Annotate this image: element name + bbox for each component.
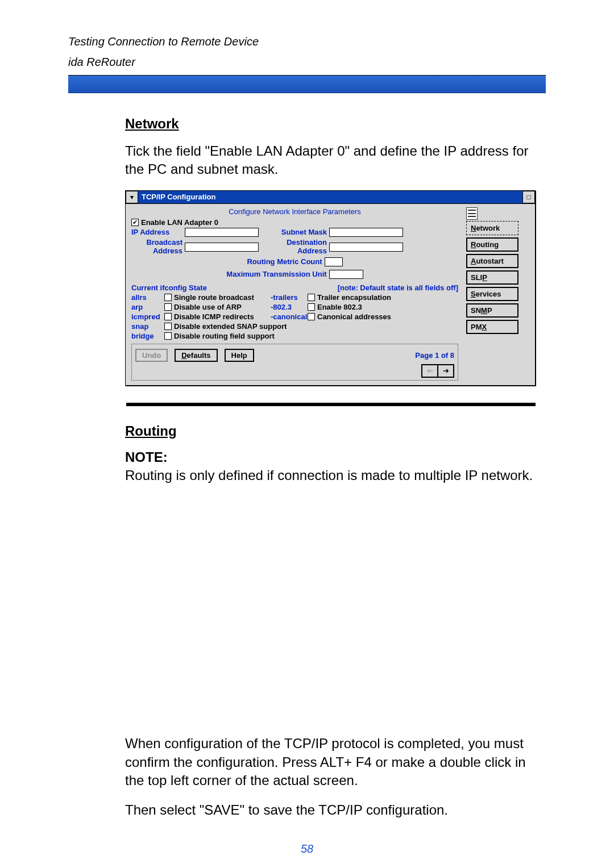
- ifconfig-note: [note: Default state is all fields off]: [338, 283, 458, 292]
- next-page-button[interactable]: ➜: [437, 364, 454, 378]
- window-title: TCP/IP Configuration: [138, 191, 522, 203]
- tab-pmx[interactable]: PMX: [466, 320, 518, 334]
- flag-opt-3: Disable extended SNAP support: [174, 322, 287, 331]
- mtu-field[interactable]: [329, 270, 363, 279]
- flag-key-0: allrs: [131, 293, 164, 302]
- header-line2: ida ReRouter: [68, 55, 546, 69]
- flag-check-2a[interactable]: [164, 313, 172, 320]
- destination-label-1: Destination: [270, 238, 327, 247]
- flag-key-1: arp: [131, 303, 164, 311]
- flag-opt-2: Disable ICMP redirects: [174, 312, 271, 321]
- page-indicator: Page 1 of 8: [415, 351, 454, 360]
- flag-check-1a[interactable]: [164, 303, 172, 311]
- routing-metric-field[interactable]: [325, 257, 343, 266]
- broadcast-field[interactable]: [185, 243, 259, 252]
- flag-key-4: bridge: [131, 332, 164, 340]
- broadcast-label-2: Address: [131, 247, 182, 255]
- enable-lan-label: Enable LAN Adapter 0: [141, 218, 218, 227]
- routing-para1: When configuration of the TCP/IP protoco…: [125, 735, 546, 790]
- routing-heading: Routing: [125, 423, 546, 439]
- header-bar: [68, 75, 546, 93]
- tab-slip[interactable]: SLIP: [466, 270, 518, 285]
- titlebar: ▾ TCP/IP Configuration □: [126, 191, 535, 203]
- notebook-tabs: Network Routing Autostart SLIP Services …: [464, 204, 535, 385]
- flag-val-1: -802.3: [271, 303, 308, 311]
- ip-address-field[interactable]: [185, 228, 259, 237]
- routing-para2: Then select "SAVE" to save the TCP/IP co…: [125, 801, 546, 819]
- flag-check-2b[interactable]: [308, 313, 315, 320]
- page-title: Configure Network Interface Parameters: [131, 207, 458, 216]
- flag-check-0b[interactable]: [308, 294, 315, 301]
- destination-field[interactable]: [329, 243, 403, 252]
- tab-autostart[interactable]: Autostart: [466, 254, 518, 268]
- flag-opt-0: Single route broadcast: [174, 293, 271, 302]
- flag-opt2-2: Canonical addresses: [317, 312, 391, 321]
- config-form: Configure Network Interface Parameters ✔…: [126, 204, 464, 385]
- window-shadow: [126, 403, 536, 406]
- tab-snmp[interactable]: SNMP: [466, 303, 518, 318]
- mtu-label: Maximum Transmission Unit: [226, 270, 326, 278]
- flag-opt-4: Disable routing field support: [174, 332, 275, 340]
- system-menu-button[interactable]: ▾: [126, 191, 138, 203]
- flag-val-2: -canonical: [271, 312, 308, 321]
- subnet-mask-field[interactable]: [329, 228, 403, 237]
- tab-routing[interactable]: Routing: [466, 237, 518, 252]
- flag-check-4a[interactable]: [164, 332, 172, 340]
- flag-key-3: snap: [131, 322, 164, 331]
- enable-lan-checkbox[interactable]: ✔: [131, 219, 139, 226]
- defaults-button[interactable]: Defaults: [175, 349, 217, 362]
- network-intro: Tick the field "Enable LAN Adapter 0" an…: [125, 142, 546, 179]
- help-button[interactable]: Help: [225, 349, 254, 362]
- flag-check-1b[interactable]: [308, 303, 315, 311]
- tcpip-config-window: ▾ TCP/IP Configuration □ Configure Netwo…: [125, 190, 536, 386]
- flag-key-2: icmpred: [131, 312, 164, 321]
- flag-val-0: -trailers: [271, 293, 308, 302]
- prev-page-button[interactable]: ⇐: [421, 364, 438, 378]
- subnet-mask-label: Subnet Mask: [270, 228, 327, 236]
- routing-metric-label: Routing Metric Count: [247, 257, 322, 266]
- ifconfig-state-label: Current ifconfig State: [131, 283, 207, 292]
- broadcast-label-1: Broadcast: [131, 238, 182, 247]
- page-number: 58: [68, 842, 546, 856]
- button-bar: Undo Defaults Help Page 1 of 8 ⇐ ➜: [131, 344, 458, 381]
- flag-opt-1: Disable use of ARP: [174, 303, 271, 311]
- flag-opt2-1: Enable 802.3: [317, 303, 362, 311]
- maximize-button[interactable]: □: [522, 191, 535, 203]
- flag-opt2-0: Trailer encapsulation: [317, 293, 391, 302]
- tab-services[interactable]: Services: [466, 287, 518, 301]
- ip-address-label: IP Address: [131, 228, 182, 236]
- tab-network[interactable]: Network: [466, 221, 518, 235]
- note-text: Routing is only defined if connection is…: [125, 466, 546, 485]
- undo-button[interactable]: Undo: [135, 349, 168, 362]
- network-heading: Network: [125, 116, 546, 132]
- destination-label-2: Address: [270, 247, 327, 255]
- flag-check-3a[interactable]: [164, 323, 172, 330]
- notebook-icon: [466, 207, 478, 220]
- header-line1: Testing Connection to Remote Device: [68, 34, 546, 49]
- note-label: NOTE:: [125, 449, 546, 465]
- flag-check-0a[interactable]: [164, 294, 172, 301]
